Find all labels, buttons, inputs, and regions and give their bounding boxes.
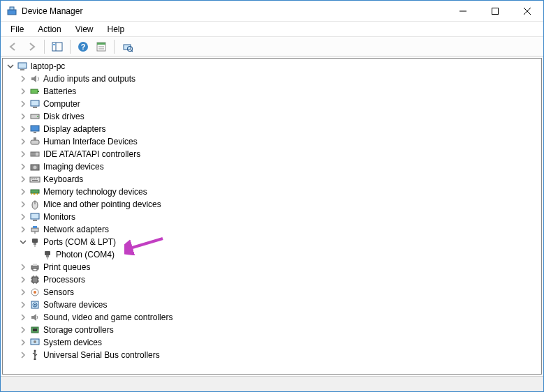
close-button[interactable] (511, 1, 543, 22)
chevron-right-icon[interactable] (18, 212, 28, 222)
tree-category[interactable]: Software devices (3, 299, 541, 311)
chevron-right-icon[interactable] (18, 74, 28, 84)
tree-category-label: Storage controllers (43, 325, 114, 335)
tree-category-label: Mice and other pointing devices (43, 199, 161, 209)
tree-category[interactable]: Human Interface Devices (3, 135, 541, 148)
device-tree[interactable]: laptop-pc Audio inputs and outputs Batte… (2, 58, 542, 375)
chevron-right-icon[interactable] (18, 187, 28, 197)
toolbar-properties-button[interactable] (93, 39, 110, 54)
svg-rect-21 (38, 91, 39, 92)
chevron-right-icon[interactable] (18, 287, 28, 297)
toolbar-back-button[interactable] (5, 39, 22, 54)
tree-category[interactable]: Memory technology devices (3, 186, 541, 198)
chevron-right-icon[interactable] (18, 275, 28, 285)
tree-category-label: Network adapters (43, 225, 109, 234)
storage-icon (29, 324, 41, 336)
chevron-right-icon[interactable] (18, 338, 28, 347)
svg-rect-52 (33, 226, 37, 228)
toolbar-separator (44, 40, 45, 54)
svg-rect-51 (31, 228, 38, 232)
svg-rect-63 (32, 277, 38, 282)
network-icon (29, 224, 41, 235)
tree-category-label: Disk drives (43, 112, 84, 121)
chevron-right-icon[interactable] (18, 350, 28, 360)
camera-icon (29, 161, 41, 172)
tree-category-label: Audio inputs and outputs (43, 74, 135, 84)
svg-rect-45 (36, 193, 36, 195)
svg-text:?: ? (81, 43, 86, 51)
tree-category[interactable]: Imaging devices (3, 160, 541, 173)
software-icon (29, 299, 41, 310)
svg-rect-43 (33, 193, 34, 195)
tree-root[interactable]: laptop-pc (3, 60, 541, 73)
toolbar-separator (70, 40, 71, 54)
tree-category-label: Ports (COM & LPT) (43, 237, 116, 247)
tree-category[interactable]: Keyboards (3, 173, 541, 186)
chevron-down-icon[interactable] (6, 61, 15, 71)
svg-rect-22 (31, 100, 39, 106)
chevron-right-icon[interactable] (18, 99, 28, 109)
tree-category[interactable]: Universal Serial Bus controllers (3, 349, 541, 361)
tree-category-label: System devices (43, 338, 102, 347)
chevron-right-icon[interactable] (18, 112, 28, 121)
tree-category[interactable]: Audio inputs and outputs (3, 73, 541, 85)
chevron-right-icon[interactable] (18, 262, 28, 272)
chevron-right-icon[interactable] (18, 199, 28, 209)
svg-rect-38 (34, 179, 35, 179)
svg-point-80 (34, 340, 36, 343)
svg-point-25 (37, 116, 38, 117)
svg-rect-83 (34, 359, 36, 360)
svg-rect-61 (33, 264, 37, 266)
menu-action[interactable]: Action (32, 23, 66, 36)
toolbar-forward-button[interactable] (23, 39, 40, 54)
svg-rect-46 (37, 193, 38, 195)
chevron-right-icon[interactable] (18, 325, 28, 335)
printer-icon (29, 262, 41, 273)
svg-rect-37 (31, 179, 33, 179)
toolbar-tree-button[interactable] (49, 39, 66, 54)
menu-file[interactable]: File (5, 23, 29, 36)
chevron-right-icon[interactable] (18, 124, 28, 134)
ide-icon (29, 149, 41, 160)
tree-category[interactable]: Print queues (3, 261, 541, 273)
tree-category[interactable]: Batteries (3, 85, 541, 98)
menu-help[interactable]: Help (102, 23, 131, 36)
minimize-button[interactable] (447, 1, 479, 22)
chevron-right-icon[interactable] (18, 174, 28, 184)
tree-device[interactable]: Photon (COM4) (3, 248, 541, 261)
chevron-down-icon[interactable] (18, 237, 28, 247)
toolbar-help-button[interactable]: ? (75, 39, 91, 54)
svg-rect-1 (10, 7, 14, 10)
tree-category[interactable]: IDE ATA/ATAPI controllers (3, 148, 541, 160)
chevron-right-icon[interactable] (18, 312, 28, 322)
chevron-right-icon[interactable] (18, 300, 28, 310)
svg-point-82 (34, 350, 36, 352)
tree-category[interactable]: Disk drives (3, 110, 541, 123)
chevron-right-icon[interactable] (18, 225, 28, 234)
toolbar-scan-button[interactable] (119, 39, 135, 54)
tree-category[interactable]: System devices (3, 336, 541, 349)
chevron-right-icon[interactable] (18, 149, 28, 159)
tree-category[interactable]: Ports (COM & LPT) (3, 236, 541, 248)
tree-category[interactable]: Computer (3, 98, 541, 110)
chevron-right-icon[interactable] (18, 137, 28, 146)
hid-icon (29, 136, 41, 147)
tree-category[interactable]: Sound, video and game controllers (3, 311, 541, 324)
tree-category[interactable]: Monitors (3, 211, 541, 223)
tree-category[interactable]: Network adapters (3, 223, 541, 236)
tree-category[interactable]: Storage controllers (3, 324, 541, 336)
maximize-button[interactable] (479, 1, 511, 22)
svg-rect-19 (20, 69, 24, 70)
tree-category[interactable]: Display adapters (3, 123, 541, 135)
tree-category[interactable]: Processors (3, 273, 541, 286)
cpu-icon (29, 274, 41, 285)
chevron-right-icon[interactable] (18, 162, 28, 172)
tree-category[interactable]: Sensors (3, 286, 541, 299)
menu-view[interactable]: View (70, 23, 99, 36)
statusbar (1, 376, 543, 391)
tree-category[interactable]: Mice and other pointing devices (3, 198, 541, 211)
tree-category-label: Human Interface Devices (43, 137, 138, 146)
svg-rect-58 (46, 255, 49, 257)
svg-rect-29 (34, 137, 36, 140)
chevron-right-icon[interactable] (18, 86, 28, 96)
